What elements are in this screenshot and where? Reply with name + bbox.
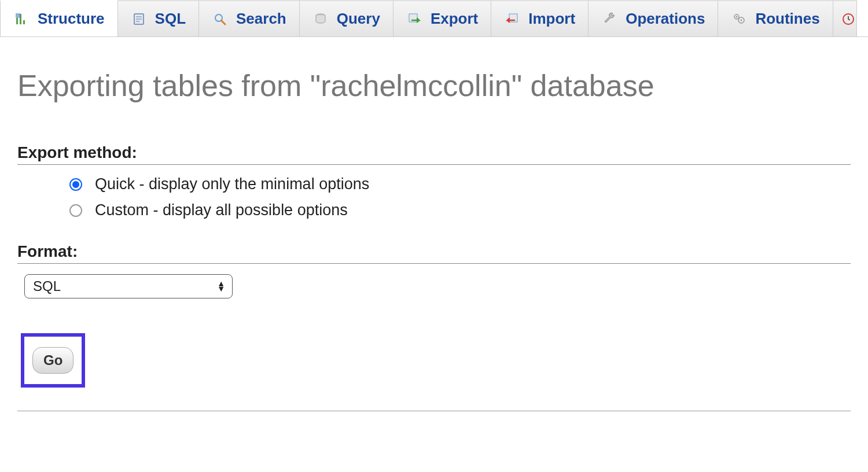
divider <box>17 263 851 264</box>
radio-quick[interactable]: Quick - display only the minimal options <box>69 175 851 193</box>
svg-point-9 <box>741 19 742 21</box>
radio-input[interactable] <box>69 178 82 191</box>
radio-label: Quick - display only the minimal options <box>95 175 369 193</box>
go-button[interactable]: Go <box>32 347 73 374</box>
tab-label: Structure <box>38 10 105 28</box>
structure-icon <box>13 11 30 27</box>
tab-sql[interactable]: SQL <box>118 0 199 36</box>
import-icon <box>504 11 520 27</box>
routines-icon <box>731 11 747 27</box>
tab-label: SQL <box>155 10 186 28</box>
chevron-updown-icon: ▲▼ <box>217 281 225 292</box>
format-label: Format: <box>17 242 851 261</box>
tab-label: Search <box>236 10 286 28</box>
export-icon <box>406 11 422 27</box>
export-method-label: Export method: <box>17 143 851 162</box>
tab-overflow[interactable] <box>833 0 857 36</box>
divider <box>17 411 851 411</box>
tab-label: Routines <box>755 10 819 28</box>
select-value: SQL <box>33 278 61 294</box>
radio-input[interactable] <box>69 204 82 217</box>
tab-label: Import <box>528 10 575 28</box>
svg-point-8 <box>736 16 738 17</box>
operations-icon <box>601 11 617 27</box>
export-method-radio-group: Quick - display only the minimal options… <box>17 175 851 219</box>
tab-export[interactable]: Export <box>393 0 491 36</box>
go-highlight: Go <box>21 333 85 388</box>
radio-custom[interactable]: Custom - display all possible options <box>69 201 851 219</box>
radio-label: Custom - display all possible options <box>95 201 348 219</box>
clock-icon <box>840 11 856 27</box>
tab-bar: Structure SQL Search Query Export Import <box>0 0 868 37</box>
query-icon <box>312 11 329 27</box>
main-content: Exporting tables from "rachelmccollin" d… <box>0 37 868 411</box>
page-title: Exporting tables from "rachelmccollin" d… <box>17 68 851 103</box>
tab-operations[interactable]: Operations <box>589 0 718 36</box>
sql-icon <box>131 11 147 27</box>
format-select[interactable]: SQL ▲▼ <box>24 274 233 298</box>
tab-structure[interactable]: Structure <box>0 0 118 36</box>
tab-import[interactable]: Import <box>491 0 589 36</box>
svg-rect-0 <box>16 13 20 18</box>
tab-query[interactable]: Query <box>300 0 393 36</box>
divider <box>17 164 851 165</box>
tab-routines[interactable]: Routines <box>718 0 833 36</box>
tab-label: Operations <box>626 10 705 28</box>
search-icon <box>212 11 228 27</box>
tab-label: Query <box>337 10 380 28</box>
tab-label: Export <box>431 10 478 28</box>
tab-search[interactable]: Search <box>199 0 300 36</box>
